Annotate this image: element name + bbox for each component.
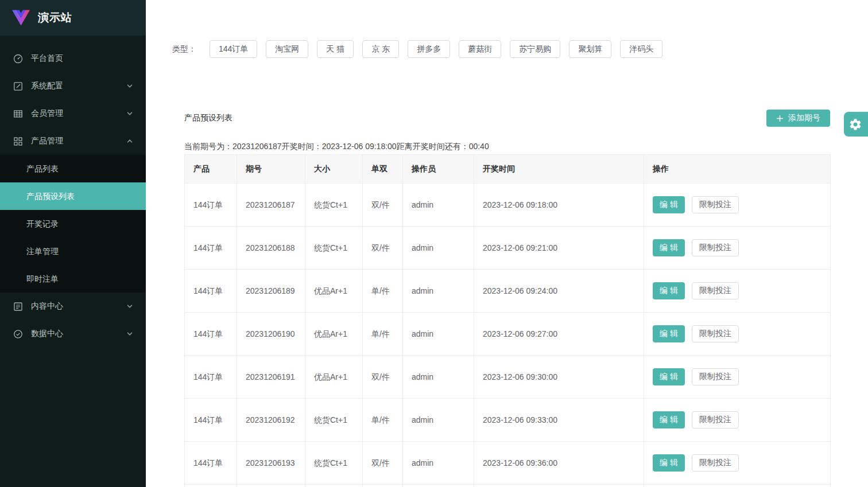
edit-button[interactable]: 编 辑 (653, 282, 685, 299)
cell-issue: 20231206192 (237, 399, 305, 442)
filter-button-8[interactable]: 洋码头 (620, 40, 662, 58)
submenu-item-3[interactable]: 注单管理 (0, 237, 146, 265)
cell-size: 统货Ct+1 (305, 399, 363, 442)
cell-operator: admin (403, 356, 474, 399)
limit-bet-button[interactable]: 限制投注 (692, 411, 739, 428)
column-header-6: 操作 (644, 155, 831, 184)
cell-product: 144订单 (185, 399, 237, 442)
preset-table: 产品期号大小单双操作员开奖时间操作 144订单20231206187统货Ct+1… (184, 154, 831, 487)
cell-product: 144订单 (185, 442, 237, 485)
members-icon (13, 109, 23, 119)
cell-product: 144订单 (185, 270, 237, 313)
cell-issue: 20231206190 (237, 313, 305, 356)
filter-button-1[interactable]: 淘宝网 (266, 40, 308, 58)
sidebar-item-1[interactable]: 系统配置 (0, 72, 146, 100)
chevron-down-icon (126, 83, 133, 89)
table-row: 144订单20231206189优品Ar+1单/件admin2023-12-06… (185, 270, 831, 313)
cell-parity: 双/件 (363, 184, 403, 227)
column-header-0: 产品 (185, 155, 237, 184)
cell-operator: admin (403, 399, 474, 442)
submenu-item-0[interactable]: 产品列表 (0, 155, 146, 182)
sidebar-item-4[interactable]: 内容中心 (0, 293, 146, 320)
limit-bet-button[interactable]: 限制投注 (692, 454, 739, 472)
cell-actions: 编 辑限制投注 (644, 442, 831, 485)
cell-draw-time: 2023-12-06 09:33:00 (474, 399, 644, 442)
edit-button[interactable]: 编 辑 (653, 239, 685, 256)
cell-draw-time: 2023-12-06 09:27:00 (474, 313, 644, 356)
chevron-down-icon (126, 303, 133, 310)
add-issue-button[interactable]: 添加期号 (766, 110, 830, 127)
chevron-down-icon (126, 110, 133, 117)
column-header-5: 开奖时间 (474, 155, 644, 184)
type-filter-buttons: 144订单淘宝网天 猫京 东拼多多蘑菇街苏宁易购聚划算洋码头 (210, 40, 662, 58)
sidebar-item-3[interactable]: 产品管理 (0, 127, 146, 155)
cell-size: 统货Ct+1 (305, 184, 363, 227)
chevron-up-icon (126, 138, 133, 145)
app-root: 演示站 平台首页系统配置会员管理产品管理产品列表产品预设列表开奖记录注单管理即时… (0, 0, 868, 487)
cell-actions: 编 辑限制投注 (644, 184, 831, 227)
cell-actions: 编 辑限制投注 (644, 399, 831, 442)
plus-icon (776, 115, 784, 122)
edit-button[interactable]: 编 辑 (653, 325, 685, 342)
logo-bar[interactable]: 演示站 (0, 0, 146, 36)
settings-gear-button[interactable] (844, 112, 868, 137)
cell-parity: 双/件 (363, 227, 403, 270)
table-row: 144订单20231206188统货Ct+1双/件admin2023-12-06… (185, 227, 831, 270)
cell-size: 优品Ar+1 (305, 313, 363, 356)
submenu-item-1[interactable]: 产品预设列表 (0, 182, 146, 210)
cell-operator: admin (403, 227, 474, 270)
cell-operator: admin (403, 442, 474, 485)
filter-button-5[interactable]: 蘑菇街 (459, 40, 501, 58)
limit-bet-button[interactable]: 限制投注 (692, 239, 739, 256)
submenu-item-4[interactable]: 即时注单 (0, 265, 146, 293)
cell-issue: 20231206188 (237, 227, 305, 270)
table-row: 144订单20231206192统货Ct+1单/件admin2023-12-06… (185, 399, 831, 442)
cell-issue: 20231206193 (237, 442, 305, 485)
filter-button-0[interactable]: 144订单 (210, 40, 257, 58)
cell-draw-time: 2023-12-06 09:36:00 (474, 442, 644, 485)
sidebar-item-2[interactable]: 会员管理 (0, 100, 146, 127)
edit-button[interactable]: 编 辑 (653, 368, 685, 385)
limit-bet-button[interactable]: 限制投注 (692, 325, 739, 342)
cell-size: 优品Ar+1 (305, 356, 363, 399)
edit-button[interactable]: 编 辑 (653, 196, 685, 213)
gear-icon (848, 118, 862, 131)
cell-parity: 双/件 (363, 356, 403, 399)
column-header-3: 单双 (363, 155, 403, 184)
edit-button[interactable]: 编 辑 (653, 454, 685, 472)
sidebar-item-0[interactable]: 平台首页 (0, 45, 146, 72)
sidebar-item-5[interactable]: 数据中心 (0, 320, 146, 348)
main-content: 类型： 144订单淘宝网天 猫京 东拼多多蘑菇街苏宁易购聚划算洋码头 产品预设列… (146, 0, 868, 487)
table-row: 144订单20231206191优品Ar+1双/件admin2023-12-06… (185, 356, 831, 399)
chevron-down-icon (126, 330, 133, 337)
cell-issue: 20231206189 (237, 270, 305, 313)
filter-button-2[interactable]: 天 猫 (317, 40, 354, 58)
cell-draw-time: 2023-12-06 09:30:00 (474, 356, 644, 399)
add-issue-button-label: 添加期号 (788, 113, 820, 123)
column-header-2: 大小 (305, 155, 363, 184)
cell-parity: 单/件 (363, 313, 403, 356)
sidebar: 演示站 平台首页系统配置会员管理产品管理产品列表产品预设列表开奖记录注单管理即时… (0, 0, 146, 487)
cell-parity: 双/件 (363, 442, 403, 485)
column-header-4: 操作员 (403, 155, 474, 184)
filter-button-7[interactable]: 聚划算 (569, 40, 611, 58)
cell-size: 统货Ct+1 (305, 227, 363, 270)
filter-button-3[interactable]: 京 东 (362, 40, 399, 58)
cell-draw-time: 2023-12-06 09:24:00 (474, 270, 644, 313)
limit-bet-button[interactable]: 限制投注 (692, 282, 739, 299)
filter-button-6[interactable]: 苏宁易购 (510, 40, 560, 58)
cell-operator: admin (403, 270, 474, 313)
limit-bet-button[interactable]: 限制投注 (692, 368, 739, 385)
cell-actions: 编 辑限制投注 (644, 313, 831, 356)
products-icon (13, 137, 23, 146)
filter-button-4[interactable]: 拼多多 (408, 40, 450, 58)
table-row: 144订单20231206187统货Ct+1双/件admin2023-12-06… (185, 184, 831, 227)
app-title: 演示站 (38, 10, 72, 25)
preset-list-panel: 产品预设列表 添加期号 当前期号为：20231206187开奖时间：2023-1… (184, 110, 830, 487)
limit-bet-button[interactable]: 限制投注 (692, 196, 739, 213)
panel-title: 产品预设列表 (184, 113, 232, 123)
edit-button[interactable]: 编 辑 (653, 411, 685, 428)
submenu-item-2[interactable]: 开奖记录 (0, 210, 146, 237)
cell-product: 144订单 (185, 184, 237, 227)
cell-size: 优品Ar+1 (305, 270, 363, 313)
